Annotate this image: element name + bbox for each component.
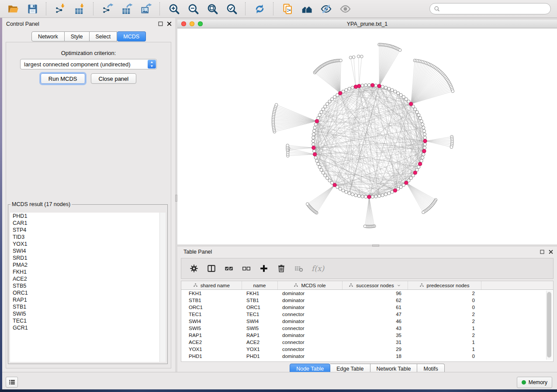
delete-column-button[interactable] <box>277 264 286 273</box>
predecessor-nodes-cell[interactable]: 0 <box>408 297 481 304</box>
search-input[interactable] <box>443 5 547 12</box>
mcds-role-cell[interactable]: connector <box>277 346 342 353</box>
table-row[interactable]: ACE2ACE2connector311 <box>181 339 553 346</box>
split-panel-button[interactable] <box>207 264 216 273</box>
result-scrollbar[interactable] <box>159 213 166 362</box>
mcds-result-item[interactable]: SRD1 <box>10 254 166 261</box>
shared-name-cell[interactable]: YOX1 <box>181 346 242 353</box>
tab-style[interactable]: Style <box>65 31 90 41</box>
mcds-result-item[interactable]: STB5 <box>10 282 166 289</box>
successor-nodes-cell[interactable]: 35 <box>342 332 408 339</box>
float-table-panel-icon[interactable] <box>540 249 545 255</box>
criterion-dropdown[interactable]: largest connected component (undirected) <box>20 59 157 69</box>
tab-network[interactable]: Network <box>31 31 65 41</box>
shared-name-cell[interactable]: SWI5 <box>181 325 242 332</box>
mcds-role-cell[interactable]: dominator <box>277 290 342 297</box>
mcds-role-cell[interactable]: dominator <box>277 332 342 339</box>
column-header-successor-nodes[interactable]: successor nodes <box>342 281 408 290</box>
mcds-role-cell[interactable]: dominator <box>277 318 342 325</box>
task-history-button[interactable] <box>6 377 18 388</box>
predecessor-nodes-cell[interactable]: 1 <box>408 346 481 353</box>
mcds-result-item[interactable]: SWI4 <box>10 248 166 254</box>
name-cell[interactable]: ACE2 <box>242 339 277 346</box>
export-network-button[interactable] <box>99 1 116 16</box>
mcds-role-cell[interactable]: dominator <box>277 304 342 311</box>
column-header-name[interactable]: name <box>242 281 277 290</box>
mcds-role-cell[interactable]: connector <box>277 311 342 318</box>
mcds-result-item[interactable]: ACE2 <box>10 275 166 282</box>
successor-nodes-cell[interactable]: 47 <box>342 311 408 318</box>
predecessor-nodes-cell[interactable]: 0 <box>408 304 481 311</box>
successor-nodes-cell[interactable]: 61 <box>342 304 408 311</box>
table-row[interactable]: RAP1RAP1dominator352 <box>181 332 553 339</box>
table-settings-button[interactable] <box>189 264 199 273</box>
successor-nodes-cell[interactable]: 46 <box>342 318 408 325</box>
mcds-result-item[interactable]: FKH1 <box>10 268 166 275</box>
table-row[interactable]: FKH1FKH1dominator962 <box>181 290 553 297</box>
table-scrollbar-thumb[interactable] <box>547 292 551 358</box>
table-row[interactable]: ORC1ORC1dominator610 <box>181 304 553 311</box>
mcds-result-item[interactable]: PHD1 <box>10 213 166 220</box>
mcds-result-item[interactable]: SWI5 <box>10 310 166 317</box>
name-cell[interactable]: RAP1 <box>242 332 277 339</box>
save-session-button[interactable] <box>24 1 41 16</box>
mcds-role-cell[interactable]: connector <box>277 325 342 332</box>
deselect-all-button[interactable] <box>242 264 251 273</box>
name-cell[interactable]: STB1 <box>242 297 277 304</box>
mcds-result-item[interactable]: ORC1 <box>10 289 166 296</box>
shared-name-cell[interactable]: TEC1 <box>181 311 242 318</box>
hide-graphics-details-button[interactable] <box>317 1 335 16</box>
predecessor-nodes-cell[interactable]: 1 <box>408 339 481 346</box>
zoom-fit-button[interactable] <box>204 1 221 16</box>
mcds-result-item[interactable]: TID3 <box>10 234 166 241</box>
mcds-result-item[interactable]: YOX1 <box>10 241 166 248</box>
shared-name-cell[interactable]: SWI4 <box>181 318 242 325</box>
predecessor-nodes-cell[interactable]: 1 <box>408 325 481 332</box>
shared-name-cell[interactable]: STB1 <box>181 297 242 304</box>
shared-name-cell[interactable]: ACE2 <box>181 339 242 346</box>
mcds-result-item[interactable]: CAR1 <box>10 220 166 227</box>
table-scrollbar[interactable] <box>546 291 552 360</box>
shared-name-cell[interactable]: RAP1 <box>181 332 242 339</box>
close-panel-icon[interactable] <box>166 21 172 27</box>
name-cell[interactable]: TEC1 <box>242 311 277 318</box>
shared-name-cell[interactable]: FKH1 <box>181 290 242 297</box>
mcds-result-item[interactable]: PMA2 <box>10 261 166 268</box>
import-table-button[interactable] <box>71 1 88 16</box>
home-button[interactable] <box>298 1 315 16</box>
export-image-button[interactable] <box>137 1 155 16</box>
successor-nodes-cell[interactable]: 43 <box>342 325 408 332</box>
name-cell[interactable]: SWI5 <box>242 325 277 332</box>
add-column-button[interactable] <box>259 264 269 273</box>
network-canvas[interactable] <box>177 28 557 244</box>
zoom-selected-button[interactable] <box>223 1 240 16</box>
select-all-button[interactable] <box>224 264 234 273</box>
successor-nodes-cell[interactable]: 31 <box>342 339 408 346</box>
mcds-role-cell[interactable]: dominator <box>277 297 342 304</box>
name-cell[interactable]: FKH1 <box>242 290 277 297</box>
column-header-predecessor-nodes[interactable]: predecessor nodes <box>408 281 481 290</box>
shared-name-cell[interactable]: PHD1 <box>181 353 242 360</box>
mcds-result-item[interactable]: TEC1 <box>10 317 166 324</box>
column-header-mcds-role[interactable]: MCDS role <box>277 281 342 290</box>
successor-nodes-cell[interactable]: 96 <box>342 290 408 297</box>
zoom-in-button[interactable] <box>165 1 183 16</box>
table-row[interactable]: STB1STB1dominator620 <box>181 297 553 304</box>
successor-nodes-cell[interactable]: 29 <box>342 346 408 353</box>
table-row[interactable]: TEC1TEC1connector472 <box>181 311 553 318</box>
name-cell[interactable]: YOX1 <box>242 346 277 353</box>
mcds-result-item[interactable]: RAP1 <box>10 296 166 303</box>
run-mcds-button[interactable]: Run MCDS <box>41 73 85 84</box>
column-header-shared-name[interactable]: shared name <box>181 281 242 290</box>
successor-nodes-cell[interactable]: 62 <box>342 297 408 304</box>
search-box[interactable] <box>429 3 551 14</box>
export-table-button[interactable] <box>118 1 135 16</box>
name-cell[interactable]: SWI4 <box>242 318 277 325</box>
table-row[interactable]: SWI4SWI4dominator462 <box>181 318 553 325</box>
predecessor-nodes-cell[interactable]: 2 <box>408 290 481 297</box>
predecessor-nodes-cell[interactable]: 2 <box>408 311 481 318</box>
successor-nodes-cell[interactable]: 18 <box>342 353 408 360</box>
predecessor-nodes-cell[interactable]: 2 <box>408 318 481 325</box>
table-row[interactable]: PHD1PHD1dominator180 <box>181 353 553 360</box>
mcds-role-cell[interactable]: connector <box>277 339 342 346</box>
